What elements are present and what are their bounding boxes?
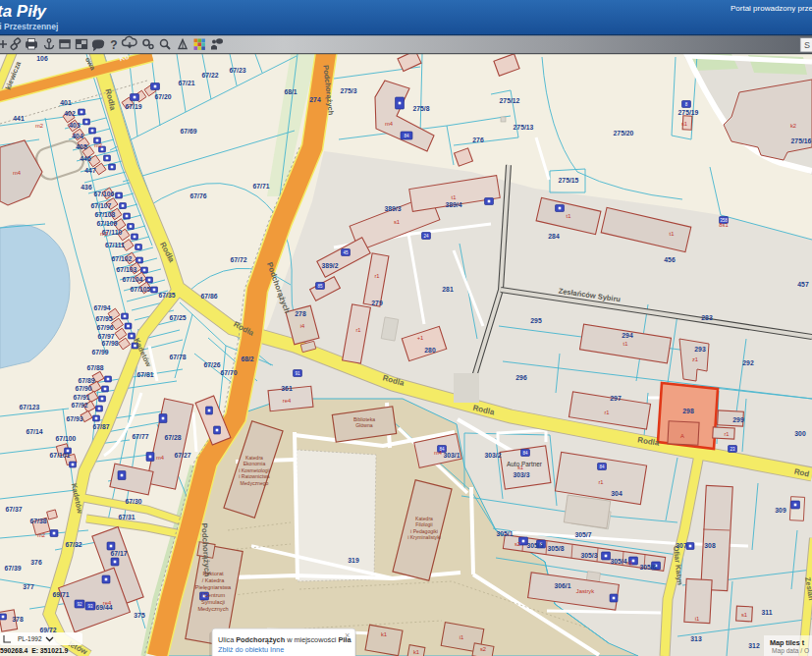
svg-text:389/4: 389/4 <box>445 201 461 208</box>
svg-text:275/3: 275/3 <box>340 87 356 94</box>
svg-text:s1: s1 <box>394 219 400 225</box>
svg-text:67/19: 67/19 <box>125 103 141 110</box>
svg-text:k1: k1 <box>413 649 419 655</box>
svg-text:67/37: 67/37 <box>5 506 22 513</box>
svg-text:8s1: 8s1 <box>719 222 728 228</box>
svg-text:447: 447 <box>84 167 96 174</box>
svg-text:378: 378 <box>12 616 24 623</box>
svg-text:A: A <box>680 433 684 439</box>
svg-text:Zbliż do obiektu: Zbliż do obiektu <box>218 645 268 654</box>
svg-text:92: 92 <box>77 602 82 607</box>
svg-text:299: 299 <box>732 416 744 423</box>
svg-text:Filologii: Filologii <box>415 521 432 527</box>
svg-text:298: 298 <box>682 408 694 414</box>
svg-text:67/106: 67/106 <box>94 191 115 197</box>
svg-text:91: 91 <box>295 371 300 376</box>
svg-text:401: 401 <box>60 99 72 106</box>
svg-text:67/21: 67/21 <box>178 80 194 86</box>
svg-text:67/105: 67/105 <box>131 286 151 293</box>
svg-text:r1: r1 <box>604 410 609 415</box>
svg-text:s1: s1 <box>741 612 747 618</box>
svg-text:67/94: 67/94 <box>93 304 110 311</box>
svg-text:Portal prowadzony przez: W: Portal prowadzony przez: W <box>731 4 812 13</box>
svg-text:r1: r1 <box>724 431 729 437</box>
svg-text:275/8: 275/8 <box>412 105 429 112</box>
svg-text:Symulacji: Symulacji <box>201 599 225 605</box>
svg-text:275/20: 275/20 <box>614 130 634 137</box>
svg-text:67/28: 67/28 <box>164 434 181 441</box>
svg-text:67/70: 67/70 <box>220 369 237 376</box>
svg-text:297: 297 <box>610 395 622 402</box>
svg-text:283: 283 <box>701 314 713 321</box>
svg-text:67/78: 67/78 <box>169 354 186 360</box>
svg-text:Katedra: Katedra <box>245 455 263 461</box>
svg-text:67/101: 67/101 <box>50 452 71 459</box>
svg-text:319: 319 <box>348 557 359 564</box>
svg-text:ji Przestrzennej: ji Przestrzennej <box>0 22 58 31</box>
svg-text:276: 276 <box>472 137 484 143</box>
svg-text:67/23: 67/23 <box>229 67 245 74</box>
svg-text:376: 376 <box>30 559 42 566</box>
svg-text:r1: r1 <box>374 273 379 279</box>
svg-text:Map data / O: Map data / O <box>772 647 809 655</box>
svg-text:67/32: 67/32 <box>65 541 81 548</box>
svg-text:279: 279 <box>371 300 383 306</box>
svg-text:67/91: 67/91 <box>73 394 89 401</box>
svg-text:m2: m2 <box>94 142 102 148</box>
svg-text:s2: s2 <box>514 541 520 547</box>
svg-text:405: 405 <box>76 143 87 150</box>
svg-text:45: 45 <box>343 250 349 255</box>
svg-text:m4: m4 <box>13 170 22 176</box>
svg-text:67/93: 67/93 <box>66 415 82 422</box>
svg-text:24: 24 <box>423 234 429 239</box>
svg-text:292: 292 <box>742 359 754 366</box>
svg-text:67/14: 67/14 <box>26 428 42 435</box>
svg-text:67/111: 67/111 <box>105 242 125 248</box>
svg-text:305/3: 305/3 <box>580 552 597 559</box>
svg-text:k2: k2 <box>790 123 796 129</box>
svg-text:67/102: 67/102 <box>112 255 133 262</box>
svg-text:PL-1992: PL-1992 <box>18 635 42 642</box>
svg-text:×: × <box>345 630 350 640</box>
svg-text:275/13: 275/13 <box>514 124 534 131</box>
svg-text:67/104: 67/104 <box>123 276 143 283</box>
svg-text:303/1: 303/1 <box>443 452 460 459</box>
svg-text:280: 280 <box>424 347 436 354</box>
svg-text:590268.4 E: 351021.9: 590268.4 E: 351021.9 <box>0 647 68 654</box>
svg-text:404: 404 <box>72 133 83 139</box>
svg-text:+1: +1 <box>417 335 424 341</box>
svg-text:Map tiles t: Map tiles t <box>770 638 805 647</box>
svg-text:389/2: 389/2 <box>321 262 338 269</box>
svg-text:k1: k1 <box>381 631 387 637</box>
svg-text:67/98: 67/98 <box>101 340 118 347</box>
svg-text:67/20: 67/20 <box>154 93 171 100</box>
svg-text:67/109: 67/109 <box>97 220 118 227</box>
svg-text:67/90: 67/90 <box>75 385 91 392</box>
svg-text:436: 436 <box>81 184 92 191</box>
svg-text:Medycznych: Medycznych <box>197 606 228 612</box>
svg-text:Medycznego: Medycznego <box>241 480 269 486</box>
svg-text:/ Katedra: / Katedra <box>202 577 226 583</box>
svg-text:441: 441 <box>13 115 25 122</box>
svg-text:t1: t1 <box>623 341 628 347</box>
svg-text:/ Centrum: / Centrum <box>201 592 226 598</box>
svg-text:67/71: 67/71 <box>252 183 269 190</box>
svg-text:67/76: 67/76 <box>189 192 206 199</box>
svg-text:t1: t1 <box>567 213 571 219</box>
svg-text:m2: m2 <box>35 123 43 129</box>
svg-text:361: 361 <box>281 385 293 392</box>
svg-text:67/31: 67/31 <box>118 514 135 520</box>
svg-text:67/87: 67/87 <box>92 423 109 430</box>
svg-text:Ulica Podchorążych w miejscowo: Ulica Podchorążych w miejscowości Piła <box>218 635 352 644</box>
svg-text:307: 307 <box>676 542 687 549</box>
svg-text:Ekonomia: Ekonomia <box>244 461 266 466</box>
svg-text:69/72: 69/72 <box>39 627 56 633</box>
svg-text:294: 294 <box>622 332 633 339</box>
svg-text:306/1: 306/1 <box>554 582 570 589</box>
svg-text:?: ? <box>110 38 117 52</box>
svg-text:m4: m4 <box>385 121 394 127</box>
svg-text:67/22: 67/22 <box>201 72 218 79</box>
svg-text:67/123: 67/123 <box>20 404 40 410</box>
svg-text:305/1: 305/1 <box>496 530 513 537</box>
svg-text:67/95: 67/95 <box>95 315 112 322</box>
